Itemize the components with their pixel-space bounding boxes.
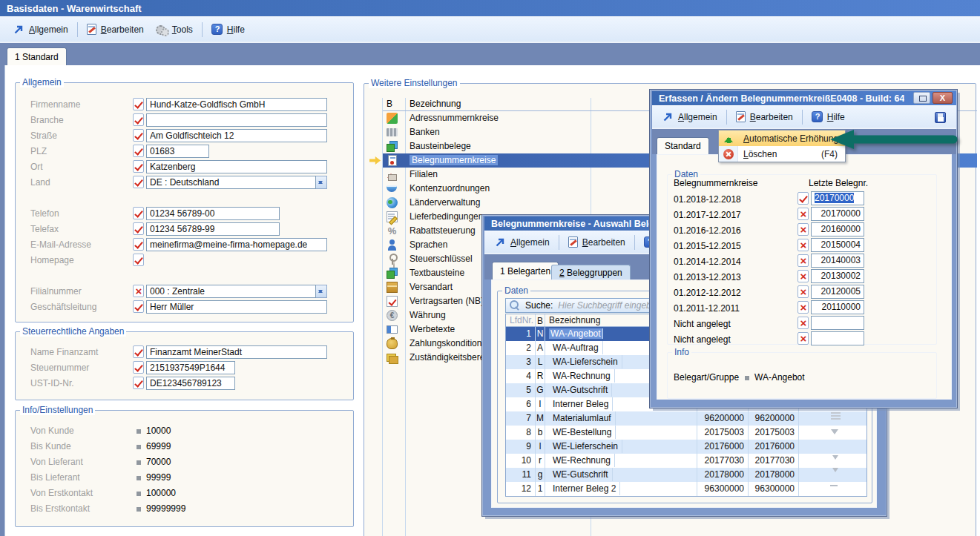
field-check-icon[interactable] bbox=[133, 222, 144, 235]
nummernkreis-check-icon[interactable] bbox=[798, 254, 809, 267]
nummernkreis-input[interactable]: 20130002 bbox=[811, 269, 864, 283]
beleg-table-row[interactable]: 7 M Materialumlauf 96200000 96200000 bbox=[506, 411, 866, 426]
cell-lfdnr: 1 bbox=[506, 327, 536, 341]
menu-tools[interactable]: Tools bbox=[150, 21, 199, 39]
scroll-end-icon[interactable] bbox=[830, 485, 838, 486]
minimize-button[interactable] bbox=[913, 92, 930, 104]
field-input[interactable]: 000 : Zentrale bbox=[146, 285, 316, 298]
beleg-table-row[interactable]: 12 1 Interner Beleg 2 96300000 96300000 bbox=[506, 482, 866, 496]
menu-allgemein[interactable]: Allgemein bbox=[7, 21, 74, 39]
beleg-table-row[interactable]: 8 b WE-Bestellung 20175003 20175003 bbox=[506, 426, 866, 440]
nummernkreis-input[interactable] bbox=[811, 331, 864, 345]
nummernkreis-input[interactable]: 20150004 bbox=[811, 238, 864, 252]
erfassen-title: Erfassen / Ändern BelegnummernkreißE0408… bbox=[659, 93, 904, 104]
field-check-icon[interactable] bbox=[133, 361, 144, 374]
nummernkreis-check-icon[interactable] bbox=[798, 223, 809, 236]
field-check-icon[interactable] bbox=[133, 254, 144, 266]
nummernkreis-check-icon[interactable] bbox=[798, 332, 809, 345]
menu-item-automatische-erhoehung[interactable]: Automatische Erhöhung bbox=[719, 130, 845, 146]
field-check-icon[interactable] bbox=[133, 207, 144, 219]
field-input[interactable]: Finanzamt MeinerStadt bbox=[146, 345, 327, 359]
field-input[interactable]: 01683 bbox=[146, 145, 209, 158]
menu-allgemein[interactable]: Allgemein bbox=[657, 108, 723, 126]
steuer-fields: Name Finanzamt Finanzamt MeinerStadt Ste… bbox=[16, 332, 353, 391]
nummernkreis-input[interactable]: 20110000 bbox=[811, 300, 864, 314]
menu-bearbeiten[interactable]: Bearbeiten bbox=[730, 108, 799, 126]
field-input[interactable]: Hund-Katze-Goldfisch GmbH bbox=[146, 98, 327, 111]
field-check-icon[interactable] bbox=[133, 129, 144, 142]
scroll-down-icon[interactable] bbox=[832, 455, 838, 463]
erfassen-menubar: Allgemein Bearbeiten Hilfe bbox=[652, 105, 956, 128]
menu-bearbeiten[interactable]: Bearbeiten bbox=[562, 234, 631, 251]
field-input[interactable]: Katzenberg bbox=[146, 160, 327, 173]
column-b[interactable]: B bbox=[536, 314, 545, 326]
field-input[interactable]: 01234 56789-00 bbox=[146, 207, 280, 220]
beleg-table-row[interactable]: 10 r WE-Rechnung 20177030 20177030 bbox=[506, 454, 866, 468]
beleg-table-row[interactable]: 11 g WE-Gutschrift 20178000 20178000 bbox=[506, 468, 866, 482]
spinner-button[interactable] bbox=[316, 285, 327, 298]
menu-item-loeschen[interactable]: Löschen (F4) bbox=[719, 146, 845, 162]
nummernkreis-input[interactable]: 20140003 bbox=[811, 254, 864, 268]
spinner-button[interactable] bbox=[316, 176, 327, 189]
field-input[interactable]: 2151937549P1644 bbox=[146, 361, 235, 374]
field-input[interactable]: DE : Deutschland bbox=[146, 176, 316, 189]
tab-belegarten[interactable]: 1 Belegarten bbox=[492, 262, 559, 279]
nummernkreis-input[interactable] bbox=[811, 316, 864, 330]
menu-bearbeiten-label: Bearbeiten bbox=[582, 237, 625, 248]
filter-icon[interactable] bbox=[831, 429, 838, 438]
field-label: Firmenname bbox=[30, 99, 80, 110]
field-check-icon[interactable] bbox=[133, 285, 144, 297]
close-button[interactable]: X bbox=[933, 92, 953, 104]
field-input[interactable]: Herr Müller bbox=[146, 300, 327, 314]
menu-bearbeiten[interactable]: Bearbeiten bbox=[81, 21, 150, 39]
field-check-icon[interactable] bbox=[133, 160, 144, 173]
nummernkreis-input[interactable]: 20170000 bbox=[811, 191, 864, 205]
field-input[interactable]: DE123456789123 bbox=[146, 377, 235, 390]
tab-standard[interactable]: 1 Standard bbox=[7, 47, 67, 65]
info-value: 10000 bbox=[146, 426, 171, 436]
nummernkreis-input[interactable]: 20120005 bbox=[811, 285, 864, 299]
nummernkreis-check-icon[interactable] bbox=[798, 317, 809, 329]
nummernkreis-check-icon[interactable] bbox=[798, 192, 809, 205]
nummernkreis-input[interactable]: 20170000 bbox=[811, 207, 864, 221]
beleg-table-row[interactable]: 9 l WE-Lieferschein 20176000 20176000 bbox=[506, 440, 866, 454]
column-lfdnr[interactable]: LfdNr. bbox=[506, 314, 536, 326]
cell-lfdnr: 6 bbox=[506, 397, 536, 411]
grid-options-icon[interactable] bbox=[831, 412, 841, 414]
menu-hilfe[interactable]: Hilfe bbox=[205, 21, 251, 39]
nummernkreis-check-icon[interactable] bbox=[798, 270, 809, 282]
column-header-b[interactable]: B bbox=[387, 99, 392, 109]
field-check-icon[interactable] bbox=[133, 145, 144, 157]
field-input[interactable]: Am Goldfischteich 12 bbox=[146, 129, 327, 142]
save-icon[interactable] bbox=[935, 112, 946, 123]
nummernkreis-input[interactable]: 20160000 bbox=[811, 222, 864, 236]
bullet-icon bbox=[137, 476, 141, 480]
field-check-icon[interactable] bbox=[133, 98, 144, 110]
tab-standard-erfassen[interactable]: Standard bbox=[657, 137, 709, 154]
nummernkreis-check-icon[interactable] bbox=[798, 208, 809, 220]
search-placeholder[interactable]: Hier Suchbegriff eingeben bbox=[558, 300, 661, 311]
field-check-icon[interactable] bbox=[133, 176, 144, 188]
main-tabband bbox=[0, 42, 980, 65]
nummernkreis-check-icon[interactable] bbox=[798, 285, 809, 298]
field-check-icon[interactable] bbox=[133, 238, 144, 251]
scroll-down-icon[interactable] bbox=[832, 468, 838, 475]
erfassen-content: Daten Belegnummernkreise Letzte Belegnr.… bbox=[657, 154, 952, 400]
cell-bezeichnung: Interner Beleg bbox=[549, 397, 613, 411]
item-icon bbox=[387, 325, 398, 334]
field-check-icon[interactable] bbox=[133, 113, 144, 126]
field-input[interactable] bbox=[146, 113, 327, 127]
field-check-icon[interactable] bbox=[133, 345, 144, 358]
field-input[interactable]: meinefirma@meine-firma-homepage.de bbox=[146, 238, 327, 251]
column-header-bezeichnung[interactable]: Bezeichnung bbox=[410, 99, 461, 109]
field-check-icon[interactable] bbox=[133, 300, 144, 313]
tab-beleggruppen[interactable]: 2 Beleggruppen bbox=[551, 265, 631, 279]
nummernkreis-check-icon[interactable] bbox=[798, 301, 809, 314]
nummernkreis-check-icon[interactable] bbox=[798, 239, 809, 251]
field-check-icon[interactable] bbox=[133, 377, 144, 389]
field-input[interactable]: 01234 56789-99 bbox=[146, 222, 280, 236]
menu-hilfe[interactable]: Hilfe bbox=[806, 108, 851, 126]
edit-icon bbox=[736, 111, 746, 122]
nummernkreis-row: 01.2015-12.2015 20150004 bbox=[668, 238, 936, 254]
menu-allgemein[interactable]: Allgemein bbox=[489, 234, 556, 251]
